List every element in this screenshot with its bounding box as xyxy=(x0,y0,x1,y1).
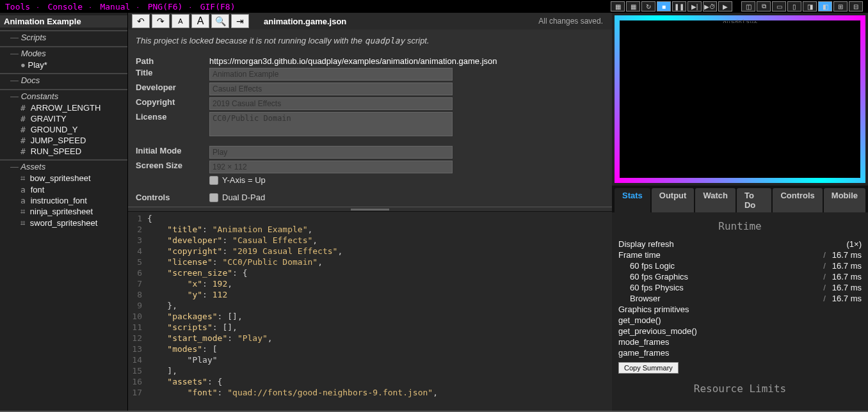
layout3-icon[interactable]: ▭ xyxy=(772,1,786,12)
font-large-icon[interactable]: A xyxy=(191,14,209,28)
preview-pane: quadplay✜ xyxy=(612,13,868,186)
stats-tabs: Stats Output Watch To Do Controls Mobile xyxy=(612,186,868,212)
tree-item[interactable]: ARROW_LENGTH xyxy=(0,102,127,113)
tab-output[interactable]: Output xyxy=(652,188,695,212)
path-value: https://morgan3d.github.io/quadplay/exam… xyxy=(209,56,453,66)
tab-todo[interactable]: To Do xyxy=(737,188,771,212)
pause-icon[interactable]: ❚❚ xyxy=(672,1,686,12)
menu-manual[interactable]: Manual xyxy=(100,2,130,12)
dpad-checkbox[interactable] xyxy=(209,193,218,202)
copy-summary-button[interactable]: Copy Summary xyxy=(618,362,679,374)
layout4-icon[interactable]: ▯ xyxy=(787,1,801,12)
slow-icon[interactable]: ▶⏱ xyxy=(703,1,717,12)
project-title: Animation Example xyxy=(0,15,127,28)
menu-console[interactable]: Console xyxy=(47,2,83,12)
developer-field[interactable] xyxy=(209,83,453,95)
tab-stats[interactable]: Stats xyxy=(615,188,650,212)
tree-item[interactable]: Play* xyxy=(0,59,127,70)
screen-size-field[interactable] xyxy=(209,161,453,173)
stats-panel: Runtime Display refresh(1×) Frame time/1… xyxy=(612,212,868,412)
undo-icon[interactable]: ↶ xyxy=(132,14,150,28)
tree-item[interactable]: ninja_spritesheet xyxy=(0,206,127,218)
tree-modes[interactable]: Modes xyxy=(0,46,127,59)
layout7-icon[interactable]: ⊞ xyxy=(833,1,848,12)
layout6-icon[interactable]: ◧ xyxy=(818,1,832,12)
tree-item[interactable]: RUN_SPEED xyxy=(0,146,127,157)
tree-item[interactable]: GROUND_Y xyxy=(0,124,127,135)
tree-item[interactable]: sword_spritesheet xyxy=(0,218,127,229)
tree-item[interactable]: font xyxy=(0,184,127,195)
menu-png[interactable]: PNG(F6) xyxy=(148,2,183,12)
step-icon[interactable]: ▶| xyxy=(687,1,702,12)
tree-assets[interactable]: Assets xyxy=(0,159,127,173)
license-field[interactable] xyxy=(209,112,453,136)
project-form: Pathhttps://morgan3d.github.io/quadplay/… xyxy=(128,52,612,207)
filename: animation.game.json xyxy=(264,17,346,26)
tab-mobile[interactable]: Mobile xyxy=(824,188,865,212)
play-icon[interactable]: ▶ xyxy=(718,1,732,12)
copyright-field[interactable] xyxy=(209,97,453,110)
tree-item[interactable]: JUMP_SPEED xyxy=(0,135,127,146)
goto-icon[interactable]: ⇥ xyxy=(231,14,249,28)
tree-scripts[interactable]: Scripts xyxy=(0,30,127,44)
menu-tools[interactable]: Tools xyxy=(5,2,30,12)
splitter[interactable] xyxy=(128,207,612,212)
tree-constants[interactable]: Constants xyxy=(0,89,127,102)
code-editor[interactable]: 1234567891011121314151617 { "title": "An… xyxy=(128,212,612,412)
tree-item[interactable]: instruction_font xyxy=(0,195,127,206)
editor-toolbar: ↶ ↷ A A 🔍 ⇥ animation.game.json All chan… xyxy=(128,13,612,29)
layout8-icon[interactable]: ⊟ xyxy=(849,1,863,12)
top-menubar: Tools· Console· Manual· PNG(F6)· GIF(F8)… xyxy=(0,0,868,13)
font-small-icon[interactable]: A xyxy=(172,14,189,28)
tree-item[interactable]: GRAVITY xyxy=(0,113,127,124)
tree-item[interactable]: bow_spritesheet xyxy=(0,173,127,184)
redo-icon[interactable]: ↷ xyxy=(152,14,170,28)
initial-mode-field[interactable] xyxy=(209,146,453,159)
menu-gif[interactable]: GIF(F8) xyxy=(200,2,236,12)
limits-heading: Resource Limits xyxy=(618,383,862,395)
search-icon[interactable]: 🔍 xyxy=(211,14,229,28)
layout2-icon[interactable]: ⧉ xyxy=(757,1,771,12)
tab-watch[interactable]: Watch xyxy=(695,188,735,212)
project-tree: Animation Example Scripts Modes Play* Do… xyxy=(0,13,128,412)
save-status: All changes saved. xyxy=(538,17,608,26)
reload-icon[interactable]: ↻ xyxy=(641,1,655,12)
yaxis-checkbox[interactable] xyxy=(209,176,218,185)
stop-icon[interactable]: ■ xyxy=(657,1,671,12)
layout1-icon[interactable]: ◫ xyxy=(741,1,755,12)
title-field[interactable] xyxy=(209,68,453,81)
tree-docs[interactable]: Docs xyxy=(0,73,127,86)
layout5-icon[interactable]: ◨ xyxy=(803,1,817,12)
tab-controls[interactable]: Controls xyxy=(773,188,822,212)
locked-message: This project is locked because it is not… xyxy=(128,29,612,52)
grid2-icon[interactable]: ▦ xyxy=(626,1,640,12)
runtime-heading: Runtime xyxy=(618,220,862,232)
grid-icon[interactable]: ▦ xyxy=(611,1,625,12)
